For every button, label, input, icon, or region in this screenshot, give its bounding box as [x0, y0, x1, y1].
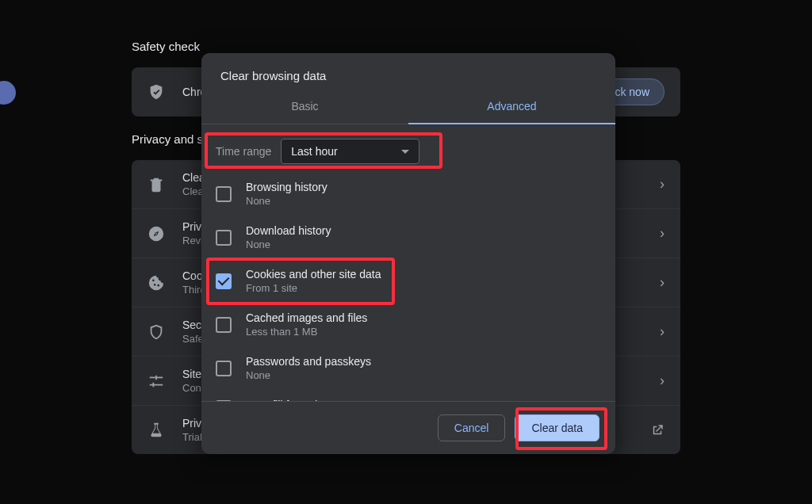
item-title: Download history [246, 224, 331, 237]
item-title: Passwords and passkeys [246, 355, 371, 368]
dialog-tabs: Basic Advanced [201, 90, 615, 124]
item-sub: None [246, 369, 371, 381]
shield-check-icon [147, 83, 165, 101]
check-item-download-history[interactable]: Download history None [216, 216, 615, 259]
checkbox[interactable] [216, 186, 232, 202]
time-range-label: Time range [216, 145, 271, 158]
clear-data-button[interactable]: Clear data [515, 414, 599, 441]
item-sub: None [246, 239, 331, 250]
sliders-icon [147, 372, 165, 390]
clear-browsing-data-dialog: Clear browsing data Basic Advanced Time … [201, 53, 615, 454]
check-item-cached[interactable]: Cached images and files Less than 1 MB [216, 303, 615, 346]
cookie-icon [147, 274, 165, 292]
time-range-select[interactable]: Last hour [281, 139, 419, 164]
dropdown-arrow-icon [401, 150, 409, 154]
trash-icon [147, 176, 165, 193]
dialog-checklist: Browsing history None Download history N… [201, 172, 615, 402]
item-title: Browsing history [246, 181, 327, 193]
item-title: Cookies and other site data [246, 268, 381, 281]
dialog-footer: Cancel Clear data [201, 402, 615, 454]
check-item-cookies[interactable]: Cookies and other site data From 1 site [216, 259, 615, 303]
chevron-right-icon: › [660, 225, 665, 242]
safety-check-title: Safety check [132, 40, 680, 53]
chevron-right-icon: › [660, 372, 665, 389]
item-title: Cached images and files [246, 311, 367, 324]
compass-icon [147, 225, 165, 242]
checkbox-checked[interactable] [216, 273, 232, 289]
checkbox[interactable] [216, 230, 232, 246]
check-item-passwords[interactable]: Passwords and passkeys None [216, 346, 615, 390]
cancel-button[interactable]: Cancel [438, 414, 506, 441]
checkbox[interactable] [216, 361, 232, 376]
chevron-right-icon: › [660, 176, 665, 193]
time-range-value: Last hour [291, 145, 337, 158]
tab-advanced[interactable]: Advanced [408, 90, 615, 124]
item-sub: None [246, 195, 327, 207]
dialog-title: Clear browsing data [201, 53, 615, 90]
check-item-autofill[interactable]: Auto-fill form data [216, 390, 615, 402]
chevron-right-icon: › [660, 323, 665, 340]
chevron-right-icon: › [660, 274, 665, 291]
checkbox[interactable] [216, 317, 232, 333]
flask-icon [147, 422, 165, 439]
tab-basic[interactable]: Basic [201, 90, 408, 124]
shield-icon [147, 323, 165, 341]
check-item-browsing-history[interactable]: Browsing history None [216, 172, 615, 216]
external-link-icon [650, 423, 665, 437]
item-sub: Less than 1 MB [246, 326, 367, 338]
item-sub: From 1 site [246, 282, 381, 294]
time-range-row: Time range Last hour [201, 124, 615, 172]
